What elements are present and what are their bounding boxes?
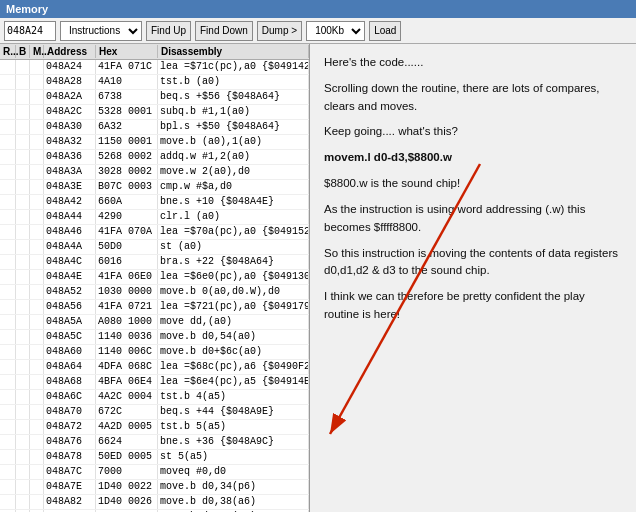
table-row[interactable]: 048A2C 5328 0001 subq.b #1,1(a0) (0, 105, 309, 120)
row-b (16, 180, 30, 194)
row-hex: 4A2C 0004 (96, 390, 158, 404)
row-address: 048A52 (44, 285, 96, 299)
row-disassembly: moveq #0,d0 (158, 465, 309, 479)
row-disassembly: move.b d0,34(p6) (158, 480, 309, 494)
table-row[interactable]: 048A5A A080 1000 move dd,(a0) (0, 315, 309, 330)
table-row[interactable]: 048A36 5268 0002 addq.w #1,2(a0) (0, 150, 309, 165)
table-row[interactable]: 048A78 50ED 0005 st 5(a5) (0, 450, 309, 465)
table-row[interactable]: 048A30 6A32 bpl.s +$50 {$048A64} (0, 120, 309, 135)
row-address: 048A3E (44, 180, 96, 194)
row-m (30, 330, 44, 344)
row-m (30, 135, 44, 149)
row-m (30, 360, 44, 374)
table-row[interactable]: 048A7C 7000 moveq #0,d0 (0, 465, 309, 480)
text-para4: movem.l d0-d3,$8800.w (324, 149, 622, 167)
row-m (30, 90, 44, 104)
row-disassembly: move.w 2(a0),d0 (158, 165, 309, 179)
row-m (30, 180, 44, 194)
main-area: R... B M... Address Hex Disassembly 048A… (0, 44, 636, 512)
row-disassembly: move.b (a0),1(a0) (158, 135, 309, 149)
mode-select[interactable]: Instructions (60, 21, 142, 41)
row-m (30, 75, 44, 89)
row-address: 048A7C (44, 465, 96, 479)
table-row[interactable]: 048A44 4290 clr.l (a0) (0, 210, 309, 225)
table-row[interactable]: 048A7E 1D40 0022 move.b d0,34(p6) (0, 480, 309, 495)
table-row[interactable]: 048A56 41FA 0721 lea =$721(pc),a0 {$0491… (0, 300, 309, 315)
address-input[interactable] (4, 21, 56, 41)
table-row[interactable]: 048A46 41FA 070A lea =$70a(pc),a0 {$0491… (0, 225, 309, 240)
row-disassembly: bne.s +10 {$048A4E} (158, 195, 309, 209)
table-row[interactable]: 048A28 4A10 tst.b (a0) (0, 75, 309, 90)
size-select[interactable]: 100Kb (306, 21, 365, 41)
dump-button[interactable]: Dump > (257, 21, 302, 41)
row-disassembly: clr.l (a0) (158, 210, 309, 224)
row-hex: 6A32 (96, 120, 158, 134)
table-row[interactable]: 048A72 4A2D 0005 tst.b 5(a5) (0, 420, 309, 435)
row-b (16, 465, 30, 479)
row-hex: 4BFA 06E4 (96, 375, 158, 389)
table-row[interactable]: 048A6C 4A2C 0004 tst.b 4(a5) (0, 390, 309, 405)
row-disassembly: beq.s +44 {$048A9E} (158, 405, 309, 419)
table-row[interactable]: 048A76 6624 bne.s +36 {$048A9C} (0, 435, 309, 450)
row-hex: 41FA 06E0 (96, 270, 158, 284)
row-m (30, 285, 44, 299)
row-disassembly: subq.b #1,1(a0) (158, 105, 309, 119)
table-row[interactable]: 048A52 1030 0000 move.b 0(a0,d0.W),d0 (0, 285, 309, 300)
row-b (16, 420, 30, 434)
table-row[interactable]: 048A68 4BFA 06E4 lea =$6e4(pc),a5 {$0491… (0, 375, 309, 390)
find-up-button[interactable]: Find Up (146, 21, 191, 41)
row-hex: 41FA 0721 (96, 300, 158, 314)
row-b (16, 285, 30, 299)
load-button[interactable]: Load (369, 21, 401, 41)
row-r (0, 345, 16, 359)
table-row[interactable]: 048A4E 41FA 06E0 lea =$6e0(pc),a0 {$0491… (0, 270, 309, 285)
row-hex: 4DFA 068C (96, 360, 158, 374)
row-b (16, 225, 30, 239)
text-panel: Here's the code...... Scrolling down the… (310, 44, 636, 512)
table-row[interactable]: 048A4A 50D0 st (a0) (0, 240, 309, 255)
find-down-button[interactable]: Find Down (195, 21, 253, 41)
table-row[interactable]: 048A3A 3028 0002 move.w 2(a0),d0 (0, 165, 309, 180)
row-address: 048A78 (44, 450, 96, 464)
row-m (30, 270, 44, 284)
table-row[interactable]: 048A42 660A bne.s +10 {$048A4E} (0, 195, 309, 210)
table-row[interactable]: 048A82 1D40 0026 move.b d0,38(a6) (0, 495, 309, 510)
row-b (16, 315, 30, 329)
row-address: 048A68 (44, 375, 96, 389)
table-row[interactable]: 048A5C 1140 0036 move.b d0,54(a0) (0, 330, 309, 345)
table-row[interactable]: 048A32 1150 0001 move.b (a0),1(a0) (0, 135, 309, 150)
row-m (30, 225, 44, 239)
row-b (16, 450, 30, 464)
table-row[interactable]: 048A60 1140 006C move.b d0+$6c(a0) (0, 345, 309, 360)
row-r (0, 105, 16, 119)
row-disassembly: move dd,(a0) (158, 315, 309, 329)
row-m (30, 150, 44, 164)
row-disassembly: move.b d0,38(a6) (158, 495, 309, 509)
row-address: 048A44 (44, 210, 96, 224)
row-m (30, 105, 44, 119)
table-row[interactable]: 048A70 672C beq.s +44 {$048A9E} (0, 405, 309, 420)
row-m (30, 465, 44, 479)
window-title: Memory (6, 3, 48, 15)
table-row[interactable]: 048A4C 6016 bra.s +22 {$048A64} (0, 255, 309, 270)
row-r (0, 420, 16, 434)
row-hex: 6738 (96, 90, 158, 104)
table-row[interactable]: 048A24 41FA 071C lea =$71c(pc),a0 {$0491… (0, 60, 309, 75)
row-m (30, 240, 44, 254)
table-header: R... B M... Address Hex Disassembly (0, 44, 309, 60)
table-row[interactable]: 048A64 4DFA 068C lea =$68c(pc),a6 {$0490… (0, 360, 309, 375)
row-m (30, 390, 44, 404)
row-b (16, 165, 30, 179)
row-r (0, 120, 16, 134)
row-hex: 1150 0001 (96, 135, 158, 149)
row-r (0, 150, 16, 164)
row-b (16, 495, 30, 509)
row-address: 048A3A (44, 165, 96, 179)
row-b (16, 195, 30, 209)
memory-rows[interactable]: 048A24 41FA 071C lea =$71c(pc),a0 {$0491… (0, 60, 309, 512)
row-r (0, 300, 16, 314)
table-row[interactable]: 048A3E B07C 0003 cmp.w #$a,d0 (0, 180, 309, 195)
text-para2: Scrolling down the routine, there are lo… (324, 80, 622, 116)
header-disassembly: Disassembly (158, 45, 309, 58)
table-row[interactable]: 048A2A 6738 beq.s +$56 {$048A64} (0, 90, 309, 105)
